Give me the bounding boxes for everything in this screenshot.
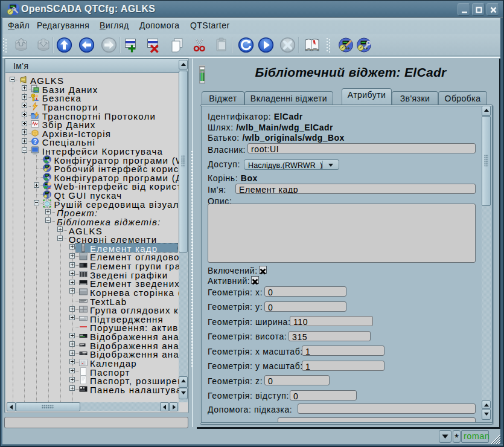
svg-text:?: ? — [33, 138, 37, 145]
